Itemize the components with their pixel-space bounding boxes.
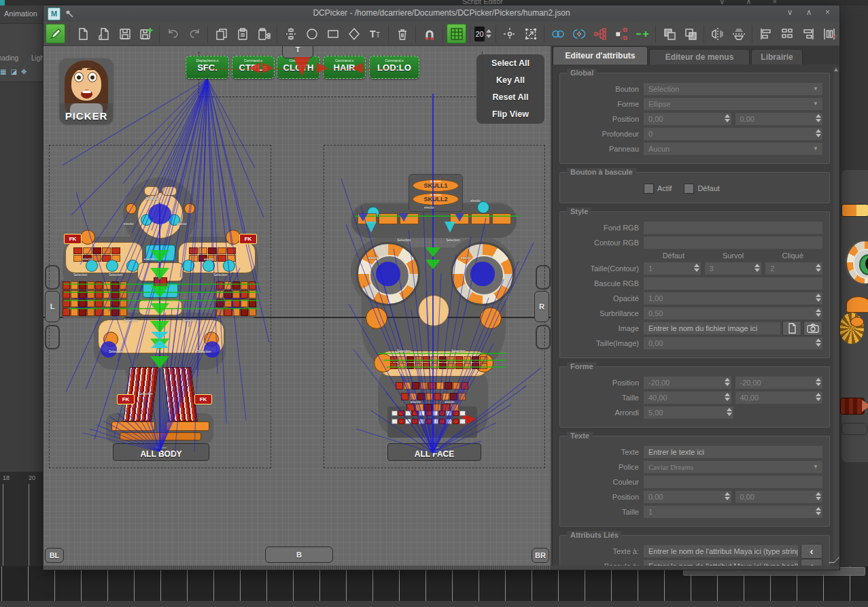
magnet-snap-icon[interactable]	[419, 24, 439, 44]
paste-icon[interactable]	[232, 24, 252, 44]
bascule-rgb-field[interactable]	[644, 277, 822, 290]
timeline-tick	[29, 484, 29, 566]
pivot-position-icon[interactable]	[500, 24, 519, 44]
texte-input[interactable]: Entrer le texte ici	[644, 446, 822, 458]
text-shape-icon[interactable]: TT	[365, 24, 385, 44]
browse-file-button[interactable]	[782, 321, 801, 336]
pick-attribute-button[interactable]: ‹	[801, 559, 822, 566]
defaut-checkbox[interactable]	[684, 184, 694, 194]
profondeur-field[interactable]: 0	[644, 128, 822, 140]
unlink-buttons-icon[interactable]	[569, 24, 589, 44]
timeline-left[interactable]: 18 20	[0, 472, 44, 566]
animation-menu-set[interactable]: Animation	[0, 5, 44, 24]
script-editor-titlebar: Script Editor ∨ ∧ ×	[0, 0, 868, 5]
actif-checkbox[interactable]	[644, 184, 654, 194]
copy-icon[interactable]	[211, 24, 231, 44]
police-dropdown[interactable]: Caviar Dreams▼	[644, 461, 822, 473]
texte-position-y[interactable]: 0,00	[735, 491, 823, 503]
redo-icon[interactable]	[184, 24, 204, 44]
flip-horizontal-icon[interactable]	[708, 24, 727, 44]
align-left-icon[interactable]	[756, 24, 776, 44]
image-file-input[interactable]: Entrer le nom du fichier image ici	[644, 322, 780, 334]
group-global: Global Bouton Sélection▼ Forme Ellipse▼ …	[559, 73, 830, 164]
rectangle-shape-icon[interactable]	[323, 24, 343, 44]
bg-orange-bar	[841, 204, 868, 217]
texte-taille-field[interactable]: 1	[644, 506, 822, 518]
maya-left-column: Animation hading Ligh ▦◪✥ 18 20	[0, 5, 44, 607]
group-style: Style Fond RGB Contour RGB Défaut Survol…	[559, 211, 830, 358]
edit-mode-pencil-icon[interactable]	[46, 24, 65, 44]
panel-scrollbar[interactable]	[833, 67, 839, 560]
align-stack-icon[interactable]	[777, 24, 797, 44]
panel-tabs: Editeur d'attributs Editeur de menus Lib…	[553, 46, 839, 65]
taille-contour-clique[interactable]: 2	[765, 262, 822, 275]
viewport-menus[interactable]: hading Ligh	[0, 54, 44, 67]
forme-position-y[interactable]: -20,00	[735, 377, 823, 389]
bring-forward-icon[interactable]	[659, 24, 679, 44]
tab-editeur-menus[interactable]: Editeur de menus	[649, 49, 750, 65]
forme-taille-y[interactable]: 40,00	[735, 392, 823, 404]
flip-vertical-icon[interactable]	[729, 24, 748, 44]
group-bouton-bascule: Bouton à bascule Actif Défaut	[559, 172, 830, 203]
picker-canvas[interactable]: FK FK FK FK Selection ALL BODY Selection…	[44, 46, 551, 566]
window-titlebar[interactable]: M DCPicker - /home/dcarriere/Documents/D…	[44, 5, 839, 22]
surbrillance-field[interactable]: 0,50	[644, 307, 822, 319]
timeline-bottom-bar	[0, 601, 868, 607]
bascule-a-input[interactable]: Entrer le nom de l'attribut Maya ici (ty…	[644, 560, 798, 566]
bouton-dropdown[interactable]: Sélection▼	[644, 83, 822, 95]
link-hierarchy-icon[interactable]	[590, 24, 610, 44]
new-file-icon[interactable]	[73, 24, 92, 44]
toolbar-overflow-chevron[interactable]: »	[832, 31, 837, 41]
timeline-tick	[3, 484, 3, 566]
group-attributs-lies: Attributs Liés Texte à: Entrer le nom de…	[559, 535, 830, 566]
group-forme: Forme Position -20,00 -20,00 Taille 40,0…	[559, 366, 830, 428]
grid-size-stepper[interactable]	[486, 26, 491, 42]
couleur-field[interactable]	[644, 476, 822, 488]
texte-a-input[interactable]: Entrer le nom de l'attribut Maya ici (ty…	[644, 545, 798, 557]
add-remove-link-icon[interactable]	[632, 24, 652, 44]
undo-icon[interactable]	[163, 24, 183, 44]
tab-editeur-attributs[interactable]: Editeur d'attributs	[553, 46, 648, 65]
taille-contour-defaut[interactable]: 1	[644, 262, 701, 275]
panneau-dropdown[interactable]: Aucun▼	[644, 143, 822, 155]
close-button[interactable]: ×	[825, 7, 830, 17]
paste-attributes-icon[interactable]	[254, 24, 273, 44]
grid-size-field[interactable]: 20	[474, 27, 485, 41]
grid-snap-icon[interactable]	[447, 24, 466, 44]
dcpicker-window: M DCPicker - /home/dcarriere/Documents/D…	[44, 5, 839, 570]
save-file-icon[interactable]	[115, 24, 135, 44]
open-file-icon[interactable]	[94, 24, 114, 44]
taille-image-field[interactable]: 0,00	[644, 337, 822, 349]
tab-librairie[interactable]: Librairie	[751, 49, 803, 65]
ellipse-shape-icon[interactable]	[302, 24, 322, 44]
contour-rgb-field[interactable]	[644, 237, 822, 249]
timeline-tick-label: 20	[29, 474, 35, 481]
pick-attribute-button[interactable]: ‹	[801, 544, 822, 559]
forme-dropdown[interactable]: Ellipse▼	[644, 98, 822, 110]
transform-scale-icon[interactable]	[521, 24, 540, 44]
save-as-file-icon[interactable]	[136, 24, 156, 44]
maximize-button[interactable]: ∧	[806, 7, 812, 17]
viewport-icon-row[interactable]: ▦◪✥	[0, 68, 44, 80]
arrondi-field[interactable]: 5,00	[644, 406, 733, 419]
minimize-button[interactable]: ∨	[787, 7, 793, 17]
unlink-hierarchy-icon[interactable]	[611, 24, 631, 44]
polygon-shape-icon[interactable]	[344, 24, 364, 44]
forme-taille-x[interactable]: 40,00	[644, 392, 731, 404]
delete-trash-icon[interactable]	[392, 24, 412, 44]
taille-contour-survol[interactable]: 3	[705, 262, 762, 275]
camera-capture-button[interactable]	[803, 321, 822, 336]
global-position-x[interactable]: 0,00	[644, 113, 731, 125]
distribute-vertical-icon[interactable]	[281, 24, 300, 44]
align-right-icon[interactable]	[798, 24, 818, 44]
forme-position-x[interactable]: -20,00	[644, 377, 731, 389]
chevron-down-icon: ▼	[813, 143, 818, 155]
fond-rgb-field[interactable]	[644, 222, 822, 234]
global-position-y[interactable]: 0,00	[735, 113, 823, 125]
link-buttons-icon[interactable]	[548, 24, 568, 44]
send-backward-icon[interactable]	[680, 24, 700, 44]
bg-brown-bar	[840, 398, 865, 415]
canvas-hscrollbar[interactable]	[44, 566, 551, 570]
opacite-field[interactable]: 1,00	[644, 292, 822, 305]
texte-position-x[interactable]: 0,00	[644, 491, 731, 503]
